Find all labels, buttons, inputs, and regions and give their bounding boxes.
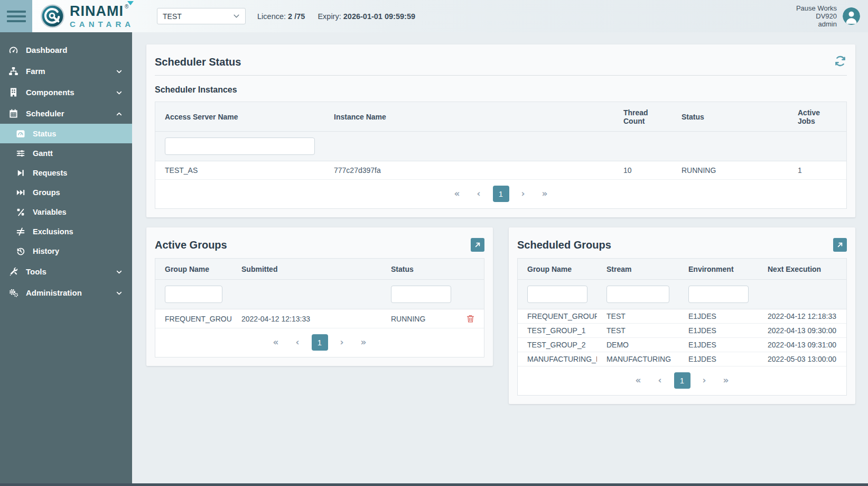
- scheduled-groups-open-button[interactable]: [833, 238, 847, 252]
- group-name: TEST_GROUP_1: [518, 324, 597, 337]
- table-row: TEST_AS 777c27d397fa 10 RUNNING 1: [155, 161, 846, 180]
- environment-select-value: TEST: [163, 12, 182, 21]
- brand-accent-triangle: [127, 1, 134, 5]
- brand-subname: CANTARA: [70, 20, 134, 28]
- pagination-next-button[interactable]: ›: [698, 375, 711, 386]
- group-name: FREQUENT_GROUP: [518, 309, 597, 323]
- pagination-next-button[interactable]: ›: [335, 337, 349, 348]
- table-header-row: Access Server Name Instance Name Thread …: [155, 102, 846, 132]
- sidebar-item-administration[interactable]: Administration: [0, 282, 132, 303]
- environment-filter-input[interactable]: [688, 286, 749, 303]
- chevron-down-icon: [116, 268, 123, 275]
- active-groups-open-button[interactable]: [471, 238, 484, 252]
- menu-toggle-button[interactable]: [0, 0, 32, 32]
- sidebar-item-components[interactable]: Components: [0, 81, 132, 103]
- sidebar-item-scheduler[interactable]: Scheduler: [0, 103, 132, 124]
- pagination-prev-button[interactable]: ‹: [472, 188, 485, 199]
- chevron-down-icon: [233, 13, 240, 20]
- sidebar-item-dashboard[interactable]: Dashboard: [0, 39, 132, 60]
- stream: TEST: [597, 324, 679, 337]
- group-name-filter-input[interactable]: [165, 286, 222, 303]
- column-header: Group Name: [518, 259, 597, 279]
- pagination-first-button[interactable]: «: [268, 337, 284, 348]
- group-name: FREQUENT_GROUP: [155, 310, 232, 328]
- active-groups-table: Group Name Submitted Status FRE: [155, 258, 484, 357]
- pagination-page-1-button[interactable]: 1: [493, 186, 509, 202]
- table-filter-row: [518, 280, 846, 309]
- sidebar-subitem-label: Exclusions: [33, 227, 73, 236]
- pagination-first-button[interactable]: «: [631, 375, 646, 386]
- sidebar-item-label: Dashboard: [26, 45, 67, 54]
- table-row: TEST_GROUP_1 TEST E1JDES 2022-04-13 09:3…: [518, 324, 846, 338]
- sidebar-item-label: Farm: [26, 67, 45, 76]
- user-block: Pause Works DV920 admin: [796, 0, 868, 32]
- hamburger-icon: [7, 11, 26, 13]
- sidebar-item-label: Administration: [26, 288, 82, 297]
- sidebar-subitem-gantt[interactable]: Gantt: [0, 143, 132, 163]
- chevron-down-icon: [116, 89, 123, 96]
- group-name: TEST_GROUP_2: [518, 338, 597, 352]
- column-header: Stream: [597, 259, 679, 279]
- chevron-up-icon: [116, 110, 123, 117]
- pagination-first-button[interactable]: «: [450, 188, 465, 199]
- access-server-filter-input[interactable]: [165, 137, 315, 155]
- column-header: Instance Name: [324, 106, 614, 127]
- environment-select[interactable]: TEST: [157, 8, 246, 24]
- sidebar-subitem-requests[interactable]: Requests: [0, 163, 132, 182]
- sidebar-subitem-groups[interactable]: Groups: [0, 182, 132, 202]
- pagination-next-button[interactable]: ›: [517, 188, 530, 199]
- app-root: RINAMI® CANTARA TEST Licence: 2 /75 Expi…: [0, 0, 868, 486]
- scheduler-icon: [8, 108, 18, 118]
- sidebar-subitem-variables[interactable]: Variables: [0, 202, 132, 222]
- pagination-page-1-button[interactable]: 1: [674, 372, 690, 389]
- pagination-last-button[interactable]: »: [718, 375, 734, 386]
- sidebar-subitem-label: Groups: [33, 188, 60, 197]
- administration-icon: [8, 288, 18, 298]
- user-avatar-button[interactable]: [843, 7, 860, 25]
- sidebar-subitem-label: History: [33, 247, 59, 255]
- sidebar-item-label: Components: [26, 88, 74, 97]
- submitted-time: 2022-04-12 12:13:33: [232, 310, 381, 328]
- sidebar-item-label: Scheduler: [26, 109, 64, 118]
- delete-group-button[interactable]: [466, 314, 475, 323]
- scheduler-instances-table: Access Server Name Instance Name Thread …: [155, 102, 847, 209]
- sidebar-subitem-history[interactable]: History: [0, 241, 132, 261]
- column-header: Next Execution: [758, 259, 846, 279]
- pagination-page-1-button[interactable]: 1: [312, 334, 328, 351]
- stream-filter-input[interactable]: [606, 286, 669, 303]
- pagination-last-button[interactable]: »: [356, 337, 371, 348]
- user-org: Pause Works: [796, 4, 837, 12]
- stream: TEST: [597, 309, 679, 323]
- stream: DEMO: [597, 338, 679, 352]
- pagination-last-button[interactable]: »: [537, 188, 553, 199]
- sidebar-item-farm[interactable]: Farm: [0, 60, 132, 81]
- environment: E1JDES: [679, 324, 758, 337]
- active-groups-card: Active Groups Group Name Submitted Statu…: [146, 227, 493, 366]
- pagination-prev-button[interactable]: ‹: [653, 375, 666, 386]
- scheduled-groups-card: Scheduled Groups Group Name Stream Envir…: [509, 227, 855, 404]
- environment: E1JDES: [679, 309, 758, 323]
- status-filter-input[interactable]: [391, 286, 451, 303]
- column-header: Status: [672, 106, 788, 127]
- access-server-name: TEST_AS: [155, 161, 324, 179]
- refresh-button[interactable]: [833, 55, 847, 69]
- sidebar-item-tools[interactable]: Tools: [0, 261, 132, 282]
- table-row: FREQUENT_GROUP 2022-04-12 12:13:33 RUNNI…: [155, 309, 484, 328]
- sidebar-subitem-exclusions[interactable]: Exclusions: [0, 222, 132, 241]
- logo-icon: [40, 4, 65, 29]
- licence-value: 2 /75: [288, 12, 305, 21]
- history-icon: [16, 246, 25, 256]
- pagination-prev-button[interactable]: ‹: [291, 337, 304, 348]
- refresh-icon: [834, 55, 846, 67]
- sidebar-subitem-status[interactable]: Status: [0, 124, 132, 143]
- group-name-filter-input[interactable]: [527, 286, 587, 303]
- column-header: Access Server Name: [155, 106, 324, 127]
- active-groups-pagination: « ‹ 1 › »: [155, 328, 484, 357]
- exclusions-icon: [16, 227, 25, 236]
- farm-icon: [8, 66, 18, 76]
- table-header-row: Group Name Stream Environment Next Execu…: [518, 259, 846, 280]
- user-name: admin: [796, 20, 837, 28]
- page-title: Scheduler Status: [155, 56, 241, 68]
- table-filter-row: [155, 132, 846, 161]
- groups-icon: [16, 188, 25, 197]
